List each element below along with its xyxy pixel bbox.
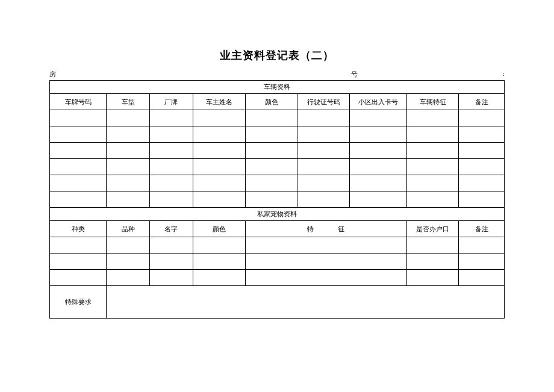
col-petcolor: 颜色	[193, 221, 245, 237]
section2-title-row: 私家宠物资料	[50, 208, 505, 221]
te-label: 特	[307, 225, 314, 232]
section2-header-row: 种类 品种 名字 颜色 特征 是否办户口 备注	[50, 221, 505, 237]
special-req-row: 特殊要求	[50, 286, 505, 319]
col-license: 车牌号码	[50, 94, 107, 110]
table-row	[50, 159, 505, 175]
col-remark2: 备注	[459, 221, 505, 237]
main-table: 车辆资料 车牌号码 车型 厂牌 车主姓名 颜色 行驶证号码 小区出入卡号 车辆特…	[49, 80, 505, 319]
col-card: 小区出入卡号	[350, 94, 406, 110]
table-row	[50, 175, 505, 191]
special-req-value	[107, 286, 505, 319]
col-breed: 品种	[107, 221, 150, 237]
zheng-label: 征	[338, 225, 344, 232]
header-hao: 号	[56, 70, 503, 79]
page-title: 业主资料登记表（二）	[49, 48, 505, 63]
col-owner: 车主姓名	[193, 94, 245, 110]
col-kind: 种类	[50, 221, 107, 237]
table-row	[50, 191, 505, 208]
section1-header-row: 车牌号码 车型 厂牌 车主姓名 颜色 行驶证号码 小区出入卡号 车辆特征 备注	[50, 94, 505, 110]
section1-title-row: 车辆资料	[50, 81, 505, 94]
table-row	[50, 254, 505, 270]
header-line: 房 号 :	[49, 70, 505, 79]
table-row	[50, 143, 505, 159]
col-register: 是否办户口	[406, 221, 459, 237]
header-colon: :	[503, 70, 505, 79]
col-name: 名字	[150, 221, 193, 237]
header-fang: 房	[49, 70, 56, 79]
col-permit: 行驶证号码	[297, 94, 350, 110]
col-color: 颜色	[245, 94, 297, 110]
table-row	[50, 126, 505, 143]
table-row	[50, 270, 505, 286]
col-feature: 车辆特征	[406, 94, 459, 110]
col-model: 车型	[107, 94, 150, 110]
special-req-label: 特殊要求	[50, 286, 107, 319]
table-row	[50, 110, 505, 126]
section2-title: 私家宠物资料	[50, 208, 505, 221]
page: 业主资料登记表（二） 房 号 : 车辆资料 车牌号码 车型 厂牌 车主姓名 颜色…	[0, 0, 554, 392]
col-feature2: 特征	[245, 221, 406, 237]
table-row	[50, 237, 505, 254]
col-brand: 厂牌	[150, 94, 193, 110]
section1-title: 车辆资料	[50, 81, 505, 94]
col-remark: 备注	[459, 94, 505, 110]
